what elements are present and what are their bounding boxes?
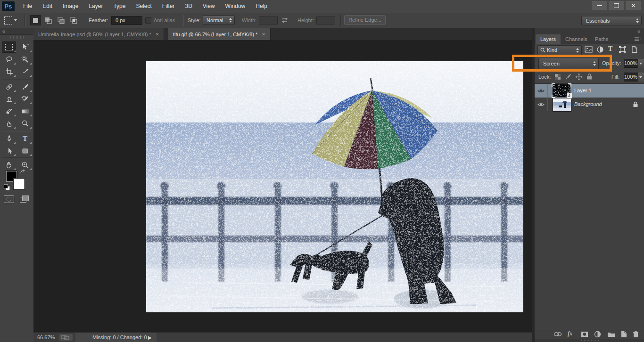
tool-rectangular-marquee[interactable] bbox=[2, 41, 16, 53]
menu-layer[interactable]: Layer bbox=[83, 0, 108, 13]
tab-close-icon[interactable]: × bbox=[156, 31, 159, 37]
filter-kind-dropdown[interactable]: Kind bbox=[537, 45, 582, 55]
tool-path-selection[interactable] bbox=[2, 145, 16, 156]
link-layers-icon[interactable] bbox=[553, 332, 562, 337]
menu-edit[interactable]: Edit bbox=[37, 0, 58, 13]
tab-paths[interactable]: Paths bbox=[590, 34, 613, 44]
tool-crop[interactable] bbox=[2, 66, 16, 77]
document-tab-titu[interactable]: titu.gif @ 66.7% (Layer 1, CMYK/8) * × bbox=[168, 28, 271, 40]
minimize-button[interactable] bbox=[592, 1, 607, 10]
panel-menu-icon[interactable] bbox=[634, 37, 642, 42]
document-tab-umbrella[interactable]: Umbrella-Image.psd @ 50% (Layer 1, CMYK/… bbox=[33, 28, 164, 40]
tool-eyedropper[interactable] bbox=[18, 66, 32, 77]
layer-name[interactable]: Layer 1 bbox=[574, 84, 592, 98]
add-layer-mask-icon[interactable] bbox=[581, 331, 588, 337]
layer-thumbnail[interactable] bbox=[553, 84, 570, 97]
delete-layer-icon[interactable] bbox=[633, 331, 639, 338]
layer-styles-icon[interactable]: fx bbox=[568, 330, 572, 337]
lock-all-icon[interactable] bbox=[586, 73, 593, 80]
intersect-selection-button[interactable] bbox=[68, 15, 79, 25]
new-selection-button[interactable] bbox=[30, 15, 41, 25]
height-input[interactable] bbox=[316, 16, 335, 24]
menu-view[interactable]: View bbox=[198, 0, 220, 13]
smart-object-filter-icon[interactable] bbox=[630, 46, 638, 53]
background-color-swatch[interactable] bbox=[14, 179, 25, 189]
type-layer-filter-icon[interactable]: T bbox=[608, 45, 612, 53]
subtract-from-selection-button[interactable] bbox=[56, 15, 66, 25]
menu-window[interactable]: Window bbox=[220, 0, 251, 13]
swap-colors-icon[interactable] bbox=[20, 169, 26, 175]
add-to-selection-button[interactable] bbox=[43, 15, 54, 25]
style-dropdown[interactable]: Normal bbox=[203, 16, 235, 25]
swap-width-height-icon[interactable] bbox=[281, 17, 289, 24]
menu-3d[interactable]: 3D bbox=[180, 0, 197, 13]
adjustment-layer-filter-icon[interactable] bbox=[596, 46, 604, 53]
quick-mask-button[interactable] bbox=[4, 195, 14, 203]
feather-input[interactable]: 0 px bbox=[111, 16, 142, 25]
shape-layer-filter-icon[interactable] bbox=[619, 46, 627, 53]
fill-value[interactable]: 100% bbox=[624, 73, 638, 81]
tool-clone-stamp[interactable] bbox=[2, 93, 16, 105]
canvas-image[interactable] bbox=[146, 61, 523, 312]
opacity-dropdown-arrow[interactable] bbox=[637, 59, 644, 68]
tool-horizontal-type[interactable]: T bbox=[18, 133, 32, 144]
menu-file[interactable]: File bbox=[18, 0, 37, 13]
refine-edge-button[interactable]: Refine Edge... bbox=[344, 15, 386, 25]
tool-spot-healing-brush[interactable] bbox=[2, 81, 16, 92]
tool-rectangle-shape[interactable] bbox=[18, 145, 32, 156]
layer-row-layer1[interactable]: Layer 1 bbox=[535, 84, 644, 98]
tool-pen[interactable] bbox=[2, 133, 16, 144]
layer-name[interactable]: Background bbox=[574, 98, 602, 111]
tool-dodge[interactable] bbox=[18, 118, 32, 129]
tool-preset-arrow[interactable] bbox=[14, 19, 17, 21]
layer-row-background[interactable]: Background bbox=[535, 98, 644, 111]
toolbox-grip[interactable] bbox=[10, 36, 24, 39]
tool-move[interactable] bbox=[18, 41, 32, 53]
new-adjustment-layer-icon[interactable] bbox=[594, 331, 601, 338]
menu-help[interactable]: Help bbox=[250, 0, 272, 13]
opacity-value[interactable]: 100% bbox=[624, 59, 638, 68]
new-group-icon[interactable] bbox=[607, 331, 615, 337]
menu-image[interactable]: Image bbox=[58, 0, 83, 13]
lock-position-icon[interactable] bbox=[575, 73, 583, 81]
status-info-strip[interactable]: Missing: 0 / Changed: 0 bbox=[75, 333, 157, 342]
lock-transparent-pixels-icon[interactable] bbox=[554, 73, 561, 80]
tool-history-brush[interactable] bbox=[18, 93, 32, 105]
tool-hand[interactable] bbox=[2, 159, 16, 171]
panel-collapse-strip[interactable]: « bbox=[535, 28, 644, 35]
width-input[interactable] bbox=[259, 16, 278, 24]
fill-dropdown-arrow[interactable] bbox=[637, 73, 644, 81]
close-button[interactable]: ✕ bbox=[626, 1, 641, 10]
default-colors-icon[interactable] bbox=[4, 184, 9, 190]
layer-thumbnail[interactable] bbox=[553, 98, 571, 112]
menu-select[interactable]: Select bbox=[131, 0, 157, 13]
background-thumbnail bbox=[553, 98, 571, 111]
menu-type[interactable]: Type bbox=[108, 0, 131, 13]
new-layer-icon[interactable] bbox=[620, 331, 627, 338]
menu-filter[interactable]: Filter bbox=[157, 0, 180, 13]
tab-close-icon[interactable]: × bbox=[262, 31, 265, 37]
visibility-toggle[interactable] bbox=[535, 98, 548, 111]
workspace-dropdown[interactable]: Essentials bbox=[581, 16, 642, 25]
tool-lasso[interactable] bbox=[2, 54, 16, 65]
current-tool-icon[interactable] bbox=[4, 16, 12, 24]
lock-image-pixels-icon[interactable] bbox=[565, 73, 572, 80]
restore-button[interactable] bbox=[609, 1, 624, 10]
tab-channels[interactable]: Channels bbox=[561, 34, 592, 44]
screen-mode-button[interactable] bbox=[20, 195, 29, 203]
tool-eraser[interactable] bbox=[2, 106, 16, 117]
anti-alias-checkbox[interactable] bbox=[145, 17, 151, 24]
tool-quick-selection[interactable] bbox=[18, 54, 32, 65]
scrubby-zoom-icon[interactable] bbox=[59, 334, 73, 341]
tool-brush[interactable] bbox=[18, 81, 32, 92]
panel-resize-strip[interactable] bbox=[535, 339, 644, 342]
selection-corner bbox=[568, 83, 571, 87]
toolbox-collapse-strip[interactable]: « bbox=[0, 28, 33, 35]
tool-smudge[interactable] bbox=[2, 118, 16, 129]
visibility-toggle[interactable] bbox=[535, 84, 548, 98]
status-popup-arrow-icon[interactable]: ▶ bbox=[148, 333, 152, 342]
tab-layers[interactable]: Layers bbox=[536, 34, 561, 44]
tool-gradient[interactable] bbox=[18, 106, 32, 117]
zoom-level-field[interactable]: 66.67% bbox=[37, 333, 55, 342]
pixel-layer-filter-icon[interactable] bbox=[585, 46, 593, 53]
